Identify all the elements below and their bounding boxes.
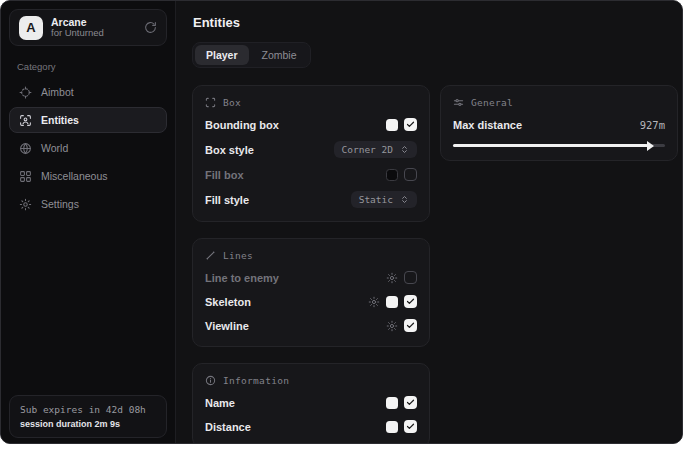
account-card: A Arcane for Unturned xyxy=(9,9,167,46)
sidebar-item-label: World xyxy=(41,142,68,154)
row-settings-gear-icon[interactable] xyxy=(386,320,398,332)
sidebar-item-world[interactable]: World xyxy=(9,135,167,161)
max-distance-value: 927m xyxy=(640,119,665,131)
card-title: General xyxy=(471,97,513,108)
name-checkbox[interactable] xyxy=(404,396,417,409)
setting-label: Max distance xyxy=(453,119,522,131)
app-logo: A xyxy=(19,16,43,40)
sidebar-item-label: Entities xyxy=(41,114,79,126)
card-title: Box xyxy=(223,97,241,108)
box-card: Box Bounding box Box style xyxy=(192,85,430,222)
box-corners-icon xyxy=(205,97,216,108)
sidebar-item-aimbot[interactable]: Aimbot xyxy=(9,79,167,105)
color-swatch[interactable] xyxy=(386,421,398,433)
diagonal-line-icon xyxy=(205,250,216,261)
setting-label: Fill box xyxy=(205,169,244,181)
bounding-box-checkbox[interactable] xyxy=(404,118,417,131)
color-swatch[interactable] xyxy=(386,397,398,409)
setting-row-skeleton: Skeleton xyxy=(205,294,417,309)
row-settings-gear-icon[interactable] xyxy=(386,272,398,284)
gear-icon xyxy=(19,198,32,211)
fill-style-select[interactable]: Static xyxy=(351,191,417,208)
select-value: Static xyxy=(359,194,393,205)
chevron-updown-icon xyxy=(400,145,409,154)
app-window: A Arcane for Unturned Category Aimbot xyxy=(0,0,683,444)
setting-row-box-style: Box style Corner 2D xyxy=(205,141,417,158)
check-icon xyxy=(406,321,415,330)
sub-expires-text: Sub expires in 42d 08h xyxy=(20,404,156,415)
globe-icon xyxy=(19,142,32,155)
setting-row-bounding-box: Bounding box xyxy=(205,117,417,132)
setting-label: Name xyxy=(205,397,235,409)
sync-icon[interactable] xyxy=(144,21,157,34)
sidebar-item-miscellaneous[interactable]: Miscellaneous xyxy=(9,163,167,189)
setting-label: Distance xyxy=(205,421,251,433)
entity-tabs: Player Zombie xyxy=(192,42,311,68)
setting-row-fill-box: Fill box xyxy=(205,167,417,182)
grid-icon xyxy=(19,170,32,183)
sliders-icon xyxy=(453,97,464,108)
distance-checkbox[interactable] xyxy=(404,420,417,433)
setting-label: Box style xyxy=(205,144,254,156)
setting-label: Viewline xyxy=(205,320,249,332)
chevron-updown-icon xyxy=(400,195,409,204)
viewline-checkbox[interactable] xyxy=(404,319,417,332)
setting-label: Line to enemy xyxy=(205,272,279,284)
setting-label: Bounding box xyxy=(205,119,279,131)
sidebar-item-entities[interactable]: Entities xyxy=(9,107,167,133)
tab-player[interactable]: Player xyxy=(195,45,249,65)
setting-row-max-distance: Max distance 927m xyxy=(453,117,665,132)
check-icon xyxy=(406,297,415,306)
session-duration-text: session duration 2m 9s xyxy=(20,419,156,429)
subscription-card: Sub expires in 42d 08h session duration … xyxy=(9,395,167,438)
sidebar-item-label: Settings xyxy=(41,198,79,210)
page-title: Entities xyxy=(193,15,678,30)
sidebar-item-label: Aimbot xyxy=(41,86,74,98)
entity-scan-icon xyxy=(19,114,32,127)
lines-card: Lines Line to enemy xyxy=(192,238,430,347)
sidebar-item-label: Miscellaneous xyxy=(41,170,108,182)
card-title: Information xyxy=(223,375,289,386)
select-value: Corner 2D xyxy=(342,144,393,155)
setting-row-fill-style: Fill style Static xyxy=(205,191,417,208)
sidebar: A Arcane for Unturned Category Aimbot xyxy=(1,1,176,443)
setting-label: Fill style xyxy=(205,194,249,206)
setting-row-name: Name xyxy=(205,395,417,410)
check-icon xyxy=(406,398,415,407)
sidebar-item-settings[interactable]: Settings xyxy=(9,191,167,217)
main-panel: Entities Player Zombie Box xyxy=(176,1,683,443)
category-label: Category xyxy=(17,61,161,72)
information-card: Information Name Distance xyxy=(192,363,430,444)
setting-row-line-to-enemy: Line to enemy xyxy=(205,270,417,285)
general-card: General Max distance 927m xyxy=(440,85,678,161)
setting-row-distance: Distance xyxy=(205,419,417,434)
info-icon xyxy=(205,375,216,386)
fill-box-checkbox[interactable] xyxy=(404,168,417,181)
check-icon xyxy=(406,422,415,431)
line-to-enemy-checkbox[interactable] xyxy=(404,271,417,284)
tab-zombie[interactable]: Zombie xyxy=(251,45,308,65)
color-swatch[interactable] xyxy=(386,296,398,308)
box-style-select[interactable]: Corner 2D xyxy=(334,141,417,158)
slider-thumb[interactable] xyxy=(647,141,654,151)
max-distance-slider[interactable] xyxy=(453,144,665,147)
crosshair-icon xyxy=(19,86,32,99)
setting-label: Skeleton xyxy=(205,296,251,308)
app-subtitle: for Unturned xyxy=(51,28,104,39)
check-icon xyxy=(406,120,415,129)
slider-fill xyxy=(453,144,648,147)
setting-row-viewline: Viewline xyxy=(205,318,417,333)
skeleton-checkbox[interactable] xyxy=(404,295,417,308)
color-swatch[interactable] xyxy=(386,169,398,181)
card-title: Lines xyxy=(223,250,253,261)
color-swatch[interactable] xyxy=(386,119,398,131)
row-settings-gear-icon[interactable] xyxy=(368,296,380,308)
